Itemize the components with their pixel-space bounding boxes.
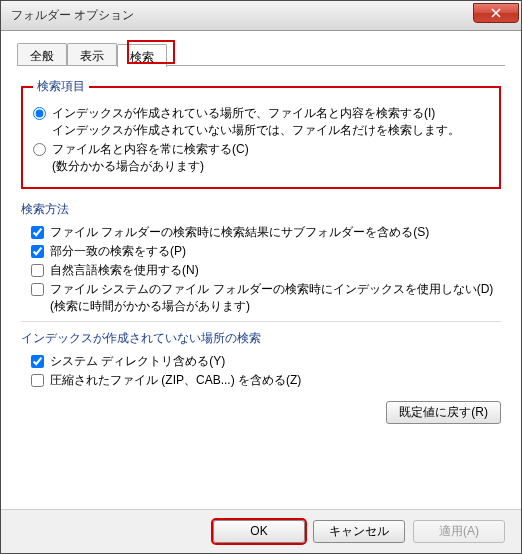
radio-always-line1: ファイル名と内容を常に検索する(C) (52, 142, 249, 156)
dialog-footer: OK キャンセル 適用(A) (1, 509, 521, 553)
check-compressed-label[interactable]: 圧縮されたファイル (ZIP、CAB...) を含める(Z) (50, 372, 501, 389)
close-button[interactable] (473, 3, 519, 23)
restore-row: 既定値に戻す(R) (21, 401, 501, 424)
radio-indexed-line1: インデックスが作成されている場所で、ファイル名と内容を検索する(I) (52, 106, 435, 120)
check-row-subfolders: ファイル フォルダーの検索時に検索結果にサブフォルダーを含める(S) (31, 224, 501, 241)
group-search-what-legend: 検索項目 (33, 78, 89, 95)
close-icon (490, 8, 502, 18)
group-search-what: 検索項目 インデックスが作成されている場所で、ファイル名と内容を検索する(I) … (21, 78, 501, 189)
radio-indexed-line2: インデックスが作成されていない場所では、ファイル名だけを検索します。 (52, 123, 460, 137)
check-compressed[interactable] (31, 374, 44, 387)
check-partial-label[interactable]: 部分一致の検索をする(P) (50, 243, 501, 260)
radio-indexed[interactable] (33, 107, 46, 120)
check-partial[interactable] (31, 245, 44, 258)
radio-always-label[interactable]: ファイル名と内容を常に検索する(C) (数分かかる場合があります) (52, 141, 489, 175)
check-natural-label[interactable]: 自然言語検索を使用する(N) (50, 262, 501, 279)
tab-bar: 全般 表示 検索 (17, 43, 505, 66)
content-area: 全般 表示 検索 検索項目 インデックスが作成されている場所で、ファイル名と内容… (1, 31, 521, 509)
titlebar[interactable]: フォルダー オプション (1, 1, 521, 31)
check-noindex[interactable] (31, 283, 44, 296)
radio-row-always: ファイル名と内容を常に検索する(C) (数分かかる場合があります) (33, 141, 489, 175)
check-sysdir[interactable] (31, 355, 44, 368)
radio-always-line2: (数分かかる場合があります) (52, 159, 204, 173)
tab-search[interactable]: 検索 (117, 44, 167, 67)
tab-view[interactable]: 表示 (67, 43, 117, 65)
check-row-compressed: 圧縮されたファイル (ZIP、CAB...) を含める(Z) (31, 372, 501, 389)
group-search-how: ファイル フォルダーの検索時に検索結果にサブフォルダーを含める(S) 部分一致の… (31, 224, 501, 315)
apply-button: 適用(A) (413, 520, 505, 543)
restore-defaults-button[interactable]: 既定値に戻す(R) (386, 401, 501, 424)
tab-panel-search: 検索項目 インデックスが作成されている場所で、ファイル名と内容を検索する(I) … (17, 66, 505, 428)
radio-indexed-label[interactable]: インデックスが作成されている場所で、ファイル名と内容を検索する(I) インデック… (52, 105, 489, 139)
check-row-noindex: ファイル システムのファイル フォルダーの検索時にインデックスを使用しない(D)… (31, 281, 501, 315)
check-noindex-label[interactable]: ファイル システムのファイル フォルダーの検索時にインデックスを使用しない(D)… (50, 281, 501, 315)
divider (21, 321, 501, 322)
window-title: フォルダー オプション (11, 7, 473, 24)
check-subfolders-label[interactable]: ファイル フォルダーの検索時に検索結果にサブフォルダーを含める(S) (50, 224, 501, 241)
group-nonindexed-legend: インデックスが作成されていない場所の検索 (21, 330, 501, 347)
group-nonindexed: システム ディレクトリ含める(Y) 圧縮されたファイル (ZIP、CAB...)… (31, 353, 501, 389)
radio-always[interactable] (33, 143, 46, 156)
check-sysdir-label[interactable]: システム ディレクトリ含める(Y) (50, 353, 501, 370)
radio-row-indexed: インデックスが作成されている場所で、ファイル名と内容を検索する(I) インデック… (33, 105, 489, 139)
check-noindex-line1: ファイル システムのファイル フォルダーの検索時にインデックスを使用しない(D) (50, 282, 493, 296)
check-row-sysdir: システム ディレクトリ含める(Y) (31, 353, 501, 370)
check-row-natural: 自然言語検索を使用する(N) (31, 262, 501, 279)
group-search-how-legend: 検索方法 (21, 201, 501, 218)
check-noindex-line2: (検索に時間がかかる場合があります) (50, 299, 250, 313)
tab-general[interactable]: 全般 (17, 43, 67, 65)
check-row-partial: 部分一致の検索をする(P) (31, 243, 501, 260)
check-natural[interactable] (31, 264, 44, 277)
ok-button[interactable]: OK (213, 520, 305, 543)
cancel-button[interactable]: キャンセル (313, 520, 405, 543)
dialog-window: フォルダー オプション 全般 表示 検索 検索項目 インデックスが作成されている… (0, 0, 522, 554)
check-subfolders[interactable] (31, 226, 44, 239)
